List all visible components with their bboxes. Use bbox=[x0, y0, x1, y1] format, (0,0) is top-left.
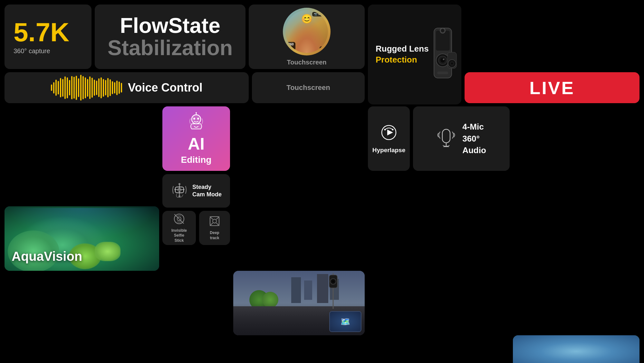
car-screen: 🗺️ bbox=[329, 311, 361, 332]
svg-point-40 bbox=[441, 29, 444, 32]
svg-point-79 bbox=[178, 183, 180, 185]
waveform-bar bbox=[103, 79, 104, 97]
live-tile: LIVE bbox=[465, 72, 639, 103]
hyperlapse-icon bbox=[380, 124, 398, 143]
person-emoji: 😊 bbox=[301, 14, 312, 24]
svg-rect-58 bbox=[442, 129, 450, 143]
building-3 bbox=[317, 274, 328, 303]
waveform-bar bbox=[119, 82, 120, 94]
capture-label: 360° capture bbox=[14, 47, 82, 55]
waveform-bar bbox=[114, 82, 116, 93]
touchscreen-circle: 😊 360↺ 📷 999+ 3s bbox=[283, 8, 331, 55]
waveform-bar bbox=[112, 81, 113, 94]
flowstate-title: FlowState bbox=[120, 15, 220, 37]
rugged-highlight: Protection bbox=[376, 54, 417, 65]
waveform-bar bbox=[73, 77, 75, 99]
svg-line-87 bbox=[216, 217, 219, 219]
svg-rect-38 bbox=[437, 72, 448, 74]
waveform-bar bbox=[94, 80, 95, 96]
ai-robot-icon bbox=[187, 112, 206, 133]
waveform-bar bbox=[89, 76, 91, 99]
voice-control-label: Voice Control bbox=[128, 81, 202, 94]
svg-point-37 bbox=[443, 59, 445, 60]
waveform-bar bbox=[87, 79, 89, 97]
svg-point-57 bbox=[392, 129, 393, 130]
steady-cam-text: SteadyCam Mode bbox=[192, 183, 222, 199]
360-indicator: 360↺ bbox=[287, 42, 295, 50]
waveform-bar bbox=[76, 76, 77, 100]
touchscreen-text: Touchscreen bbox=[287, 59, 327, 66]
svg-point-80 bbox=[178, 195, 180, 197]
waveform-bar bbox=[107, 78, 109, 97]
deep-track-tile: Deeptrack bbox=[199, 211, 230, 245]
waveform-bar bbox=[82, 76, 84, 99]
building-1 bbox=[291, 277, 301, 303]
flowstate-tile: FlowState Stabilization bbox=[95, 5, 245, 69]
waveform-bar bbox=[116, 81, 118, 95]
svg-point-45 bbox=[192, 115, 201, 124]
svg-point-54 bbox=[332, 281, 334, 282]
svg-point-85 bbox=[213, 219, 216, 223]
touchscreen-row2-tile: Touchscreen bbox=[252, 72, 365, 103]
svg-point-36 bbox=[440, 58, 445, 63]
coral-far bbox=[95, 242, 120, 261]
deep-track-label: Deeptrack bbox=[210, 231, 219, 240]
pano-sky bbox=[513, 335, 639, 363]
waveform-bar bbox=[60, 78, 62, 97]
waveform-bar bbox=[71, 76, 73, 99]
waveform-bar bbox=[55, 80, 57, 96]
camera-count: 📷 999+ bbox=[312, 12, 326, 16]
waveform-bar bbox=[121, 83, 122, 93]
stabilization-title: Stabilization bbox=[108, 37, 233, 59]
building-2 bbox=[304, 280, 312, 300]
svg-rect-33 bbox=[436, 31, 450, 51]
waveform-bar bbox=[80, 75, 82, 101]
touchscreen-label-2: Touchscreen bbox=[286, 83, 330, 92]
audio-text: 4-Mic360°Audio bbox=[462, 121, 486, 156]
timer-indicator: 3s bbox=[320, 46, 326, 51]
touchscreen-tile: 😊 360↺ 📷 999+ 3s Touchscreen bbox=[249, 5, 365, 69]
ai-editing-tile: AI Editing bbox=[162, 106, 230, 171]
resolution-value: 5.7K bbox=[14, 19, 82, 45]
svg-line-88 bbox=[210, 223, 213, 226]
live-label: LIVE bbox=[529, 77, 574, 98]
deep-track-icon bbox=[208, 215, 221, 229]
waveform-bar bbox=[62, 79, 64, 97]
ai-sub: Editing bbox=[181, 155, 212, 165]
hyperlapse-tile: Hyperlapse bbox=[368, 106, 410, 171]
waveform-bar bbox=[85, 77, 86, 98]
waveform-bar bbox=[105, 80, 107, 95]
waveform-bar bbox=[64, 76, 66, 99]
resolution-tile: 5.7K 360° capture bbox=[5, 5, 91, 69]
rugged-device bbox=[424, 25, 461, 84]
steady-cam-icon bbox=[171, 182, 188, 199]
camera-stick bbox=[328, 273, 339, 310]
invisible-icon bbox=[173, 213, 185, 226]
hyperlapse-label: Hyperlapse bbox=[372, 147, 405, 154]
steady-cam-tile: SteadyCam Mode bbox=[162, 174, 230, 208]
waveform-bar bbox=[53, 82, 55, 93]
svg-line-89 bbox=[216, 223, 219, 226]
svg-point-56 bbox=[384, 129, 386, 130]
waveform-bar bbox=[58, 81, 59, 94]
svg-point-49 bbox=[196, 112, 197, 113]
invisible-label: InvisibleSelfieStick bbox=[171, 228, 187, 243]
car-mount-tile: 🗺️ bbox=[233, 271, 365, 335]
pano-tile: 🧍 Insta Pano bbox=[513, 335, 639, 363]
waveform-bar bbox=[110, 79, 111, 96]
waveform-bar bbox=[51, 84, 53, 91]
invisible-selfie-tile: InvisibleSelfieStick bbox=[162, 211, 196, 245]
aquavision-label: AquaVision bbox=[12, 249, 82, 264]
circle-inner: 😊 360↺ 📷 999+ 3s bbox=[285, 10, 328, 53]
waveform-visual bbox=[51, 79, 122, 97]
waveform-bar bbox=[91, 78, 93, 98]
waveform-bar bbox=[101, 77, 102, 98]
main-layout: 5.7K 360° capture FlowState Stabilizatio… bbox=[0, 0, 644, 363]
ai-label: AI bbox=[188, 135, 205, 152]
voice-control-tile: Voice Control bbox=[5, 72, 249, 103]
audio-tile: 4-Mic360°Audio bbox=[413, 106, 510, 171]
svg-point-47 bbox=[197, 118, 199, 120]
waveform-bar bbox=[69, 80, 71, 95]
mic-device bbox=[437, 127, 456, 151]
aquavision-tile: AquaVision bbox=[5, 206, 159, 271]
